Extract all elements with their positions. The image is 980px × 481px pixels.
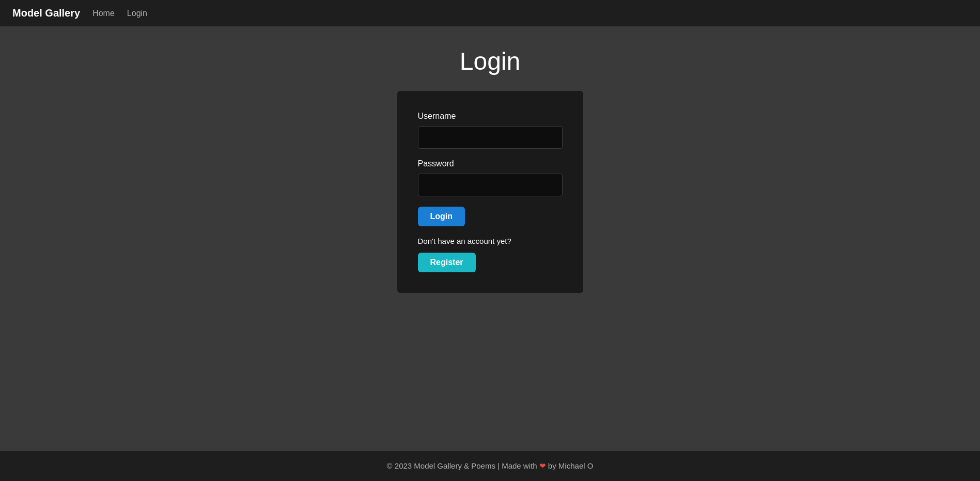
password-input[interactable] (418, 174, 563, 196)
heart-icon: ❤ (539, 461, 546, 470)
login-card: Username Password Login Don't have an ac… (397, 91, 583, 293)
nav-brand: Model Gallery (12, 7, 80, 19)
username-input[interactable] (418, 126, 563, 149)
footer-text-after: by Michael O (548, 461, 594, 470)
footer: © 2023 Model Gallery & Poems | Made with… (0, 451, 980, 481)
no-account-text: Don't have an account yet? (418, 237, 563, 245)
register-button[interactable]: Register (418, 253, 476, 272)
login-button[interactable]: Login (418, 207, 465, 226)
nav-link-login[interactable]: Login (127, 9, 147, 18)
password-label: Password (418, 159, 563, 168)
main-content: Login Username Password Login Don't have… (0, 26, 980, 451)
footer-text-before: © 2023 Model Gallery & Poems | Made with (387, 461, 537, 470)
page-title: Login (460, 47, 520, 75)
nav-link-home[interactable]: Home (92, 9, 115, 18)
username-label: Username (418, 112, 563, 121)
navbar: Model Gallery Home Login (0, 0, 980, 26)
